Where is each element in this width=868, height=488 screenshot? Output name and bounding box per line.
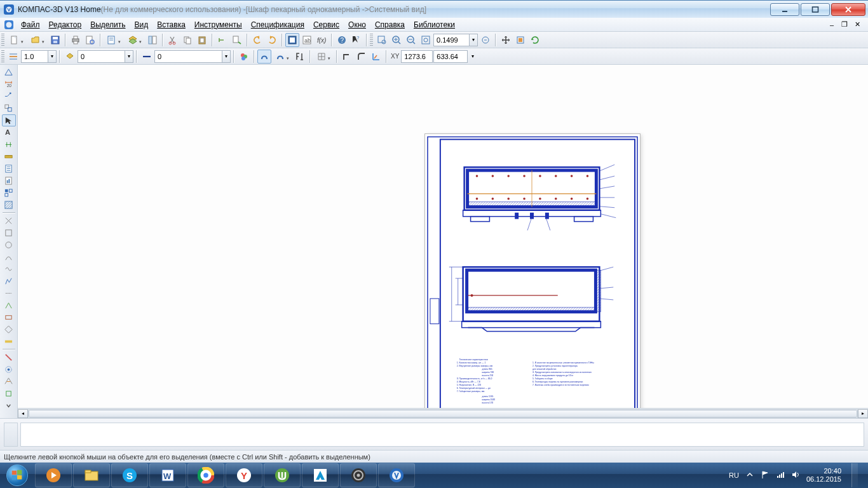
coord-y-input[interactable] — [433, 50, 468, 63]
layer-combo[interactable]: ▾ — [78, 50, 133, 63]
vtool-11-icon[interactable] — [2, 336, 16, 348]
layers-button[interactable] — [125, 33, 145, 47]
round-button[interactable] — [355, 50, 369, 64]
scroll-thumb[interactable] — [29, 410, 857, 417]
start-button[interactable] — [0, 463, 34, 488]
vtool-4-icon[interactable] — [2, 251, 16, 263]
ref-button[interactable] — [293, 50, 307, 64]
task-settings[interactable] — [340, 463, 377, 487]
scroll-left-button[interactable]: ◂ — [18, 409, 28, 418]
menu-insert[interactable]: Вставка — [153, 19, 190, 30]
menu-select[interactable]: Выделить — [86, 19, 130, 30]
text-panel-icon[interactable]: A — [2, 126, 16, 139]
line-type-icon[interactable] — [140, 50, 154, 64]
pan-button[interactable] — [499, 33, 513, 47]
menu-specification[interactable]: Спецификация — [247, 19, 309, 30]
paste-props-button[interactable] — [230, 33, 244, 47]
menu-editor[interactable]: Редактор — [44, 19, 86, 30]
zoom-window-button[interactable] — [375, 33, 389, 47]
zoom-in-button[interactable] — [390, 33, 403, 47]
line-width-input[interactable] — [21, 50, 48, 63]
menu-file[interactable]: Файл — [17, 19, 44, 30]
grid-button[interactable] — [313, 50, 334, 64]
mdi-restore-button[interactable]: ❐ — [839, 20, 850, 29]
task-mediaplayer[interactable] — [35, 463, 72, 487]
zoom-prev-button[interactable] — [478, 33, 492, 47]
menu-service[interactable]: Сервис — [309, 19, 344, 30]
menu-view[interactable]: Вид — [130, 19, 153, 30]
paste-button[interactable] — [195, 33, 209, 47]
scroll-right-button[interactable]: ▸ — [858, 409, 868, 418]
close-button[interactable] — [831, 3, 865, 16]
show-desktop-button[interactable] — [851, 463, 858, 487]
params-panel-icon[interactable] — [2, 139, 16, 151]
vtool-5-icon[interactable] — [2, 263, 16, 275]
redraw-button[interactable] — [528, 33, 542, 47]
property-panel-body[interactable] — [20, 423, 864, 447]
snap-toggle-button[interactable] — [257, 50, 271, 64]
layer-icon[interactable] — [63, 50, 77, 64]
vtool-7-icon[interactable] — [2, 287, 16, 299]
whats-this-button[interactable]: ? — [349, 33, 363, 47]
line-style-icon[interactable] — [6, 50, 20, 64]
vtool-9-icon[interactable] — [2, 311, 16, 323]
edit-panel-icon[interactable] — [2, 102, 16, 114]
mdi-minimize-button[interactable]: – — [826, 20, 837, 29]
vtool-14-icon[interactable] — [2, 376, 16, 388]
tray-flag-icon[interactable] — [761, 470, 770, 480]
tray-up-icon[interactable] — [745, 470, 754, 480]
zoom-fit-button[interactable] — [419, 33, 433, 47]
vtool-12-icon[interactable] — [2, 351, 16, 363]
zoom-out-button[interactable] — [404, 33, 418, 47]
tray-network-icon[interactable] — [776, 470, 785, 480]
select-panel-icon[interactable] — [2, 114, 16, 126]
vtool-2-icon[interactable] — [2, 227, 16, 239]
save-button[interactable] — [48, 33, 62, 47]
task-utorrent[interactable] — [264, 463, 301, 487]
doc-manager-button[interactable] — [285, 33, 299, 47]
task-kompas[interactable] — [378, 463, 415, 487]
vtool-8-icon[interactable] — [2, 299, 16, 311]
coord-x-input[interactable] — [401, 50, 433, 63]
vtool-1-icon[interactable] — [2, 215, 16, 227]
vtool-15-icon[interactable] — [2, 388, 16, 400]
line-width-combo[interactable]: ▾ — [21, 50, 57, 63]
vtool-3-icon[interactable] — [2, 239, 16, 251]
menu-help[interactable]: Справка — [370, 19, 409, 30]
layer-input[interactable] — [78, 50, 125, 63]
help-button[interactable]: ? — [335, 33, 349, 47]
zoom-combo[interactable]: ▾ — [433, 34, 478, 46]
color-button[interactable] — [237, 50, 251, 64]
coord-dropdown[interactable]: ▾ — [468, 50, 477, 64]
line-type-input[interactable] — [154, 50, 222, 63]
vtool-10-icon[interactable] — [2, 323, 16, 336]
geometry-panel-icon[interactable] — [2, 66, 16, 78]
task-word[interactable]: W — [149, 463, 186, 487]
drawing-canvas[interactable]: Технические характеристики 1. Количество… — [18, 65, 868, 408]
report-panel-icon[interactable] — [2, 175, 16, 187]
line-type-combo[interactable]: ▾ — [154, 50, 231, 63]
menu-libraries[interactable]: Библиотеки — [409, 19, 459, 30]
property-panel-tab[interactable] — [4, 423, 18, 447]
spec-panel-icon[interactable] — [2, 163, 16, 175]
vtool-6-icon[interactable] — [2, 275, 16, 287]
redo-button[interactable] — [265, 33, 279, 47]
new-doc-button[interactable] — [6, 33, 27, 47]
print-button[interactable] — [69, 33, 83, 47]
vtool-13-icon[interactable] — [2, 363, 16, 376]
maximize-button[interactable] — [801, 3, 830, 16]
tray-volume-icon[interactable] — [791, 470, 800, 480]
annotations-panel-icon[interactable] — [2, 90, 16, 102]
measure-panel-icon[interactable] — [2, 151, 16, 163]
ortho-button[interactable] — [340, 50, 354, 64]
cut-button[interactable] — [166, 33, 180, 47]
rotate-view-button[interactable] — [513, 33, 527, 47]
mdi-close-button[interactable]: ✕ — [851, 20, 863, 29]
tray-clock[interactable]: 20:40 06.12.2015 — [806, 467, 841, 484]
zoom-input[interactable] — [433, 34, 469, 46]
app-menu-icon[interactable] — [4, 20, 14, 30]
task-yandex[interactable]: Y — [226, 463, 262, 487]
menu-window[interactable]: Окно — [344, 19, 370, 30]
fx-button[interactable]: f(x) — [315, 33, 329, 47]
local-cs-button[interactable] — [369, 50, 383, 64]
